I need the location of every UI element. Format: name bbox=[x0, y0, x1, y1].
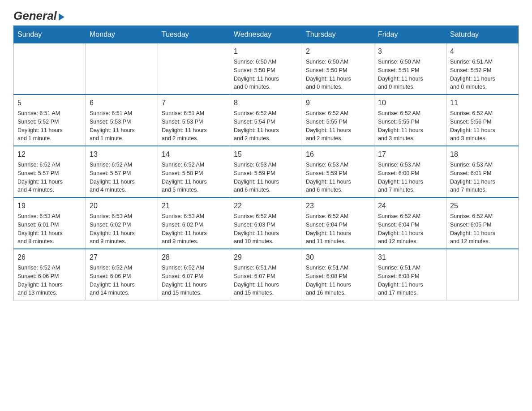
calendar-cell: 25Sunrise: 6:52 AMSunset: 6:05 PMDayligh… bbox=[446, 197, 519, 249]
day-number: 25 bbox=[450, 201, 515, 211]
calendar-cell bbox=[14, 43, 86, 95]
day-number: 10 bbox=[378, 98, 442, 108]
calendar-cell: 14Sunrise: 6:52 AMSunset: 5:58 PMDayligh… bbox=[158, 146, 230, 197]
calendar-cell: 7Sunrise: 6:51 AMSunset: 5:53 PMDaylight… bbox=[158, 94, 230, 146]
calendar-cell: 30Sunrise: 6:51 AMSunset: 6:08 PMDayligh… bbox=[302, 249, 374, 300]
day-info: Sunrise: 6:53 AMSunset: 6:01 PMDaylight:… bbox=[17, 212, 82, 246]
page-header: General bbox=[13, 9, 519, 21]
day-number: 9 bbox=[306, 98, 370, 108]
calendar-cell: 28Sunrise: 6:52 AMSunset: 6:07 PMDayligh… bbox=[158, 249, 230, 300]
day-number: 16 bbox=[306, 149, 370, 160]
day-number: 8 bbox=[234, 98, 298, 108]
calendar-cell: 26Sunrise: 6:52 AMSunset: 6:06 PMDayligh… bbox=[14, 249, 86, 300]
calendar-cell: 15Sunrise: 6:53 AMSunset: 5:59 PMDayligh… bbox=[230, 146, 302, 197]
calendar-week-row: 26Sunrise: 6:52 AMSunset: 6:06 PMDayligh… bbox=[14, 249, 519, 300]
day-number: 12 bbox=[17, 149, 82, 160]
calendar-cell: 18Sunrise: 6:53 AMSunset: 6:01 PMDayligh… bbox=[446, 146, 519, 197]
day-info: Sunrise: 6:52 AMSunset: 5:55 PMDaylight:… bbox=[306, 109, 370, 143]
day-number: 31 bbox=[378, 252, 442, 263]
day-info: Sunrise: 6:52 AMSunset: 5:57 PMDaylight:… bbox=[17, 161, 82, 194]
day-number: 29 bbox=[234, 252, 298, 263]
calendar-cell: 9Sunrise: 6:52 AMSunset: 5:55 PMDaylight… bbox=[302, 94, 374, 146]
calendar-week-row: 1Sunrise: 6:50 AMSunset: 5:50 PMDaylight… bbox=[14, 43, 519, 95]
day-number: 23 bbox=[306, 201, 370, 211]
day-info: Sunrise: 6:53 AMSunset: 5:59 PMDaylight:… bbox=[306, 161, 370, 194]
day-number: 11 bbox=[450, 98, 515, 108]
day-number: 27 bbox=[90, 252, 154, 263]
weekday-header-thursday: Thursday bbox=[302, 26, 374, 43]
day-number: 15 bbox=[234, 149, 298, 160]
weekday-header-sunday: Sunday bbox=[14, 26, 86, 43]
day-number: 1 bbox=[234, 46, 298, 57]
day-number: 3 bbox=[378, 46, 442, 57]
calendar-cell bbox=[446, 249, 519, 300]
day-info: Sunrise: 6:52 AMSunset: 6:04 PMDaylight:… bbox=[378, 212, 442, 246]
day-info: Sunrise: 6:50 AMSunset: 5:50 PMDaylight:… bbox=[306, 58, 370, 91]
calendar-week-row: 5Sunrise: 6:51 AMSunset: 5:52 PMDaylight… bbox=[14, 94, 519, 146]
calendar-cell: 12Sunrise: 6:52 AMSunset: 5:57 PMDayligh… bbox=[14, 146, 86, 197]
calendar-cell: 17Sunrise: 6:53 AMSunset: 6:00 PMDayligh… bbox=[374, 146, 446, 197]
day-info: Sunrise: 6:52 AMSunset: 6:04 PMDaylight:… bbox=[306, 212, 370, 246]
day-number: 18 bbox=[450, 149, 515, 160]
calendar-cell: 11Sunrise: 6:52 AMSunset: 5:56 PMDayligh… bbox=[446, 94, 519, 146]
day-info: Sunrise: 6:51 AMSunset: 5:52 PMDaylight:… bbox=[17, 109, 82, 143]
calendar-cell: 24Sunrise: 6:52 AMSunset: 6:04 PMDayligh… bbox=[374, 197, 446, 249]
day-number: 21 bbox=[162, 201, 226, 211]
day-number: 13 bbox=[90, 149, 154, 160]
day-number: 22 bbox=[234, 201, 298, 211]
calendar-cell: 16Sunrise: 6:53 AMSunset: 5:59 PMDayligh… bbox=[302, 146, 374, 197]
calendar-cell: 29Sunrise: 6:51 AMSunset: 6:07 PMDayligh… bbox=[230, 249, 302, 300]
day-info: Sunrise: 6:52 AMSunset: 6:06 PMDaylight:… bbox=[17, 264, 82, 297]
logo-general-text: General bbox=[13, 9, 57, 23]
weekday-header-saturday: Saturday bbox=[446, 26, 519, 43]
weekday-header-wednesday: Wednesday bbox=[230, 26, 302, 43]
day-info: Sunrise: 6:52 AMSunset: 5:57 PMDaylight:… bbox=[90, 161, 154, 194]
day-number: 5 bbox=[17, 98, 82, 108]
day-number: 6 bbox=[90, 98, 154, 108]
day-info: Sunrise: 6:51 AMSunset: 6:07 PMDaylight:… bbox=[234, 264, 298, 297]
day-info: Sunrise: 6:51 AMSunset: 6:08 PMDaylight:… bbox=[306, 264, 370, 297]
calendar-cell: 31Sunrise: 6:51 AMSunset: 6:08 PMDayligh… bbox=[374, 249, 446, 300]
calendar-cell: 4Sunrise: 6:51 AMSunset: 5:52 PMDaylight… bbox=[446, 43, 519, 95]
weekday-header-tuesday: Tuesday bbox=[158, 26, 230, 43]
logo: General bbox=[13, 9, 64, 21]
day-info: Sunrise: 6:53 AMSunset: 5:59 PMDaylight:… bbox=[234, 161, 298, 194]
calendar-cell: 10Sunrise: 6:52 AMSunset: 5:55 PMDayligh… bbox=[374, 94, 446, 146]
calendar-cell: 23Sunrise: 6:52 AMSunset: 6:04 PMDayligh… bbox=[302, 197, 374, 249]
day-info: Sunrise: 6:52 AMSunset: 5:54 PMDaylight:… bbox=[234, 109, 298, 143]
day-info: Sunrise: 6:53 AMSunset: 6:00 PMDaylight:… bbox=[378, 161, 442, 194]
day-number: 17 bbox=[378, 149, 442, 160]
day-info: Sunrise: 6:50 AMSunset: 5:51 PMDaylight:… bbox=[378, 58, 442, 91]
day-info: Sunrise: 6:52 AMSunset: 5:56 PMDaylight:… bbox=[450, 109, 515, 143]
day-number: 24 bbox=[378, 201, 442, 211]
calendar-cell: 13Sunrise: 6:52 AMSunset: 5:57 PMDayligh… bbox=[86, 146, 158, 197]
day-info: Sunrise: 6:52 AMSunset: 6:03 PMDaylight:… bbox=[234, 212, 298, 246]
calendar-table: SundayMondayTuesdayWednesdayThursdayFrid… bbox=[13, 26, 519, 300]
day-number: 2 bbox=[306, 46, 370, 57]
day-info: Sunrise: 6:51 AMSunset: 5:53 PMDaylight:… bbox=[162, 109, 226, 143]
calendar-cell: 21Sunrise: 6:53 AMSunset: 6:02 PMDayligh… bbox=[158, 197, 230, 249]
day-info: Sunrise: 6:51 AMSunset: 6:08 PMDaylight:… bbox=[378, 264, 442, 297]
day-number: 20 bbox=[90, 201, 154, 211]
day-info: Sunrise: 6:50 AMSunset: 5:50 PMDaylight:… bbox=[234, 58, 298, 91]
day-info: Sunrise: 6:53 AMSunset: 6:01 PMDaylight:… bbox=[450, 161, 515, 194]
weekday-header-row: SundayMondayTuesdayWednesdayThursdayFrid… bbox=[14, 26, 519, 43]
day-info: Sunrise: 6:51 AMSunset: 5:53 PMDaylight:… bbox=[90, 109, 154, 143]
day-info: Sunrise: 6:52 AMSunset: 6:06 PMDaylight:… bbox=[90, 264, 154, 297]
day-number: 28 bbox=[162, 252, 226, 263]
day-number: 7 bbox=[162, 98, 226, 108]
day-info: Sunrise: 6:51 AMSunset: 5:52 PMDaylight:… bbox=[450, 58, 515, 91]
calendar-cell: 5Sunrise: 6:51 AMSunset: 5:52 PMDaylight… bbox=[14, 94, 86, 146]
day-number: 19 bbox=[17, 201, 82, 211]
day-info: Sunrise: 6:52 AMSunset: 6:05 PMDaylight:… bbox=[450, 212, 515, 246]
calendar-cell: 27Sunrise: 6:52 AMSunset: 6:06 PMDayligh… bbox=[86, 249, 158, 300]
calendar-week-row: 12Sunrise: 6:52 AMSunset: 5:57 PMDayligh… bbox=[14, 146, 519, 197]
calendar-cell bbox=[158, 43, 230, 95]
calendar-cell: 2Sunrise: 6:50 AMSunset: 5:50 PMDaylight… bbox=[302, 43, 374, 95]
calendar-cell: 22Sunrise: 6:52 AMSunset: 6:03 PMDayligh… bbox=[230, 197, 302, 249]
weekday-header-monday: Monday bbox=[86, 26, 158, 43]
day-info: Sunrise: 6:52 AMSunset: 6:07 PMDaylight:… bbox=[162, 264, 226, 297]
day-info: Sunrise: 6:52 AMSunset: 5:55 PMDaylight:… bbox=[378, 109, 442, 143]
day-info: Sunrise: 6:53 AMSunset: 6:02 PMDaylight:… bbox=[162, 212, 226, 246]
weekday-header-friday: Friday bbox=[374, 26, 446, 43]
